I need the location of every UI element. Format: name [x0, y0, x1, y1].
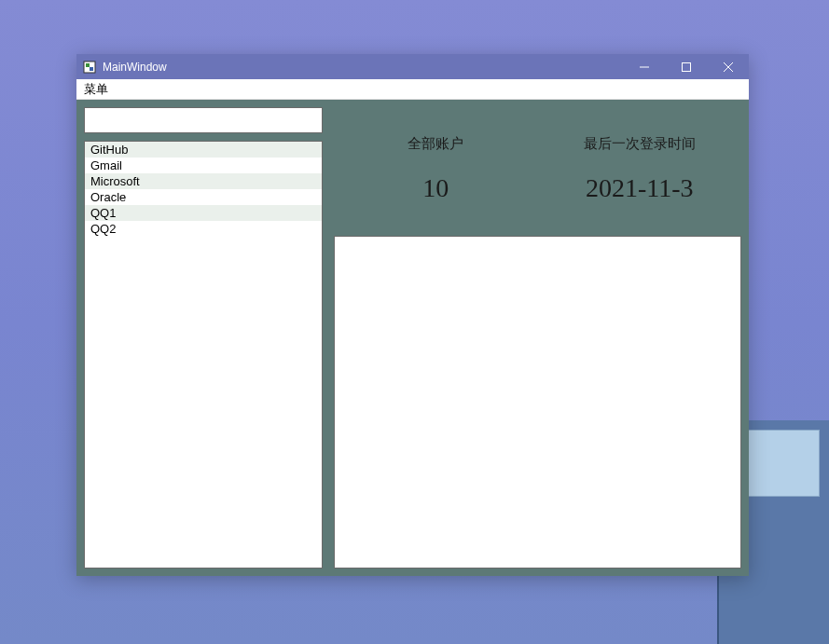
list-item[interactable]: GitHub: [85, 142, 322, 158]
minimize-button[interactable]: [623, 54, 665, 79]
stat-total-accounts: 全部账户 10: [334, 107, 538, 228]
list-item[interactable]: Microsoft: [85, 173, 322, 189]
stat-last-login: 最后一次登录时间 2021-11-3: [538, 107, 742, 228]
search-input[interactable]: [84, 107, 323, 133]
window-title: MainWindow: [103, 61, 623, 74]
maximize-button[interactable]: [665, 54, 707, 79]
list-item[interactable]: Oracle: [85, 189, 322, 205]
stat-lastlogin-value: 2021-11-3: [586, 173, 694, 203]
menu-main[interactable]: 菜单: [76, 79, 116, 100]
app-icon: [82, 60, 97, 75]
menubar: 菜单: [76, 79, 749, 100]
list-item[interactable]: QQ1: [85, 205, 322, 221]
list-item[interactable]: Gmail: [85, 158, 322, 173]
account-listbox[interactable]: GitHub Gmail Microsoft Oracle QQ1 QQ2: [84, 141, 323, 569]
svg-rect-1: [86, 63, 90, 67]
content-area: GitHub Gmail Microsoft Oracle QQ1 QQ2 全部…: [76, 100, 749, 576]
detail-panel: [334, 236, 741, 569]
stat-lastlogin-label: 最后一次登录时间: [584, 135, 696, 153]
main-window: MainWindow 菜单 GitHub Gmail Microsoft Ora…: [76, 54, 749, 576]
svg-rect-2: [90, 67, 93, 71]
list-item[interactable]: QQ2: [85, 221, 322, 237]
window-controls: [623, 54, 749, 79]
stats-row: 全部账户 10 最后一次登录时间 2021-11-3: [334, 107, 741, 228]
right-panel: 全部账户 10 最后一次登录时间 2021-11-3: [334, 107, 741, 569]
stat-total-label: 全部账户: [408, 135, 463, 153]
svg-rect-4: [682, 62, 690, 71]
titlebar[interactable]: MainWindow: [76, 54, 749, 79]
stat-total-value: 10: [422, 173, 449, 203]
left-panel: GitHub Gmail Microsoft Oracle QQ1 QQ2: [84, 107, 323, 569]
close-button[interactable]: [707, 54, 749, 79]
